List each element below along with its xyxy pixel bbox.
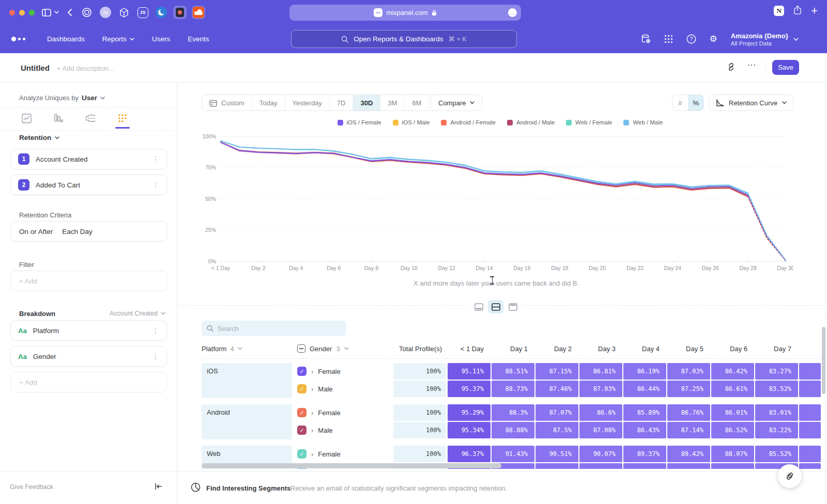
column-header-day-5[interactable]: Day 5 xyxy=(667,345,710,353)
apps-grid-icon[interactable] xyxy=(664,35,673,43)
step-event-name[interactable]: Account Created xyxy=(36,155,88,163)
tab-retention[interactable] xyxy=(112,109,133,127)
legend-item-ios-female[interactable]: iOS / Female xyxy=(338,119,381,125)
column-header-day-2[interactable]: Day 2 xyxy=(535,345,578,353)
breakdown-property-name[interactable]: Platform xyxy=(33,327,59,335)
column-header-day-0[interactable]: < 1 Day xyxy=(448,345,491,353)
retention-criteria-card[interactable]: On or After Each Day xyxy=(10,221,167,242)
help-icon[interactable]: ? xyxy=(686,34,696,44)
collapse-sidebar-icon[interactable] xyxy=(154,482,162,493)
expand-row-icon[interactable]: › xyxy=(311,386,313,392)
legend-item-android-female[interactable]: Android / Female xyxy=(441,119,496,125)
retention-step-2[interactable]: 2 Added To Cart ⋮ xyxy=(10,175,167,195)
global-search-button[interactable]: Open Reports & Dashboards ⌘ + K xyxy=(291,30,517,48)
column-header-total[interactable]: Total Profile(s) xyxy=(393,345,446,353)
js-icon[interactable]: JS xyxy=(136,6,149,19)
cloud-icon[interactable] xyxy=(192,6,205,19)
avatar-m-icon[interactable]: m xyxy=(99,6,112,19)
minimize-window-icon[interactable] xyxy=(19,10,25,15)
notes-icon[interactable] xyxy=(173,6,187,19)
vertical-scrollbar[interactable] xyxy=(822,327,825,394)
chevron-down-icon[interactable] xyxy=(54,11,59,14)
column-header-gender[interactable]: Gender3 xyxy=(297,344,390,353)
segment-checkbox[interactable]: ✓ xyxy=(297,449,307,459)
back-icon[interactable] xyxy=(67,9,72,16)
table-search-input[interactable] xyxy=(218,325,341,333)
maximize-window-icon[interactable] xyxy=(29,10,35,15)
column-header-day-6[interactable]: Day 6 xyxy=(711,345,754,353)
report-title[interactable]: Untitled xyxy=(21,64,50,72)
retention-section-label[interactable]: Retention xyxy=(19,134,51,141)
more-options-button[interactable]: ... xyxy=(747,58,756,68)
expand-row-icon[interactable]: › xyxy=(311,451,313,458)
target-icon[interactable] xyxy=(80,6,94,19)
percent-values-toggle[interactable]: % xyxy=(688,95,704,111)
new-tab-icon[interactable]: + xyxy=(811,6,818,16)
nav-link-users[interactable]: Users xyxy=(152,35,170,43)
segment-checkbox[interactable]: ✓ xyxy=(297,408,307,417)
site-options-icon[interactable]: … xyxy=(508,8,517,17)
breakdown-property-name[interactable]: Gender xyxy=(33,353,56,360)
legend-item-web-female[interactable]: Web / Female xyxy=(566,119,612,125)
column-header-day-1[interactable]: Day 1 xyxy=(492,345,534,353)
share-link-floating-button[interactable] xyxy=(778,464,802,488)
expand-row-icon[interactable]: › xyxy=(311,410,313,416)
breakdown-event-selector[interactable]: Account Created xyxy=(110,310,165,317)
select-all-checkbox[interactable] xyxy=(297,344,305,353)
range-30d[interactable]: 30D xyxy=(353,95,380,111)
globe-icon[interactable] xyxy=(155,6,168,19)
table-search[interactable] xyxy=(202,321,346,336)
kebab-menu-icon[interactable]: ⋮ xyxy=(152,352,159,360)
breakdown-platform[interactable]: Aa Platform ⋮ xyxy=(10,320,167,341)
mixpanel-logo-icon[interactable] xyxy=(11,37,25,41)
range-yesterday[interactable]: Yesterday xyxy=(285,95,330,111)
add-breakdown-button[interactable]: + Add xyxy=(10,372,167,392)
range-6m[interactable]: 6M xyxy=(405,95,429,111)
share-icon[interactable] xyxy=(793,5,802,17)
account-switcher[interactable]: Amazonia {Demo} All Project Data xyxy=(731,32,799,46)
nav-link-events[interactable]: Events xyxy=(188,35,209,43)
column-header-day-3[interactable]: Day 3 xyxy=(579,345,622,353)
layout-split-icon[interactable] xyxy=(488,300,503,313)
add-filter-button[interactable]: + Add xyxy=(10,271,167,291)
expand-row-icon[interactable]: › xyxy=(311,427,313,434)
analyze-uniques-value[interactable]: User xyxy=(82,94,97,102)
segment-checkbox[interactable]: ✓ xyxy=(297,426,307,435)
expand-row-icon[interactable]: › xyxy=(311,368,313,375)
nav-link-reports[interactable]: Reports xyxy=(102,35,134,43)
retention-step-1[interactable]: 1 Account Created ⋮ xyxy=(10,149,167,169)
range-7d[interactable]: 7D xyxy=(330,95,354,111)
address-bar[interactable]: •• mixpanel.com … xyxy=(289,5,521,21)
save-button[interactable]: Save xyxy=(772,60,799,75)
range-3m[interactable]: 3M xyxy=(380,95,405,111)
layout-chart-focus-icon[interactable] xyxy=(471,300,486,313)
cube-icon[interactable] xyxy=(117,6,131,19)
browser-sidebar-icon[interactable] xyxy=(42,9,51,17)
segment-checkbox[interactable]: ✓ xyxy=(297,384,307,393)
report-description-placeholder[interactable]: + Add description... xyxy=(57,65,114,72)
platform-cell[interactable]: iOS xyxy=(202,363,292,398)
notion-icon[interactable]: N xyxy=(774,6,784,16)
legend-item-ios-male[interactable]: iOS / Male xyxy=(393,119,430,125)
column-header-day-7[interactable]: Day 7 xyxy=(755,345,798,353)
horizontal-scrollbar[interactable] xyxy=(202,463,501,468)
step-event-name[interactable]: Added To Cart xyxy=(36,181,80,189)
find-segments-title[interactable]: Find Interesting Segments xyxy=(206,484,290,492)
nav-link-dashboards[interactable]: Dashboards xyxy=(47,35,85,43)
legend-item-web-male[interactable]: Web / Male xyxy=(623,119,663,125)
tab-flows[interactable] xyxy=(80,109,101,127)
data-management-icon[interactable] xyxy=(641,34,651,44)
range-today[interactable]: Today xyxy=(252,95,285,111)
window-controls[interactable] xyxy=(9,10,35,15)
platform-cell[interactable]: Android xyxy=(202,404,292,439)
kebab-menu-icon[interactable]: ⋮ xyxy=(152,326,159,335)
copy-link-icon[interactable] xyxy=(726,62,736,73)
layout-table-focus-icon[interactable] xyxy=(505,300,520,313)
close-window-icon[interactable] xyxy=(9,10,15,15)
settings-gear-icon[interactable]: ⚙ xyxy=(710,34,717,44)
criteria-value[interactable]: Each Day xyxy=(62,228,93,235)
column-header-day-4[interactable]: Day 4 xyxy=(623,345,666,353)
tab-insights[interactable] xyxy=(16,109,37,127)
segment-checkbox[interactable]: ✓ xyxy=(297,367,307,376)
chart-type-selector[interactable]: Retention Curve xyxy=(709,94,794,111)
